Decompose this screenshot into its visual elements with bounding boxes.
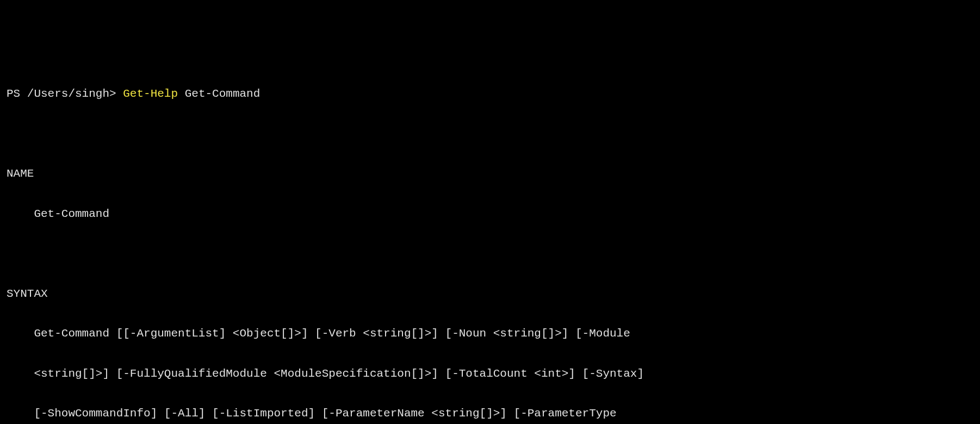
syntax-section-header: SYNTAX: [7, 284, 973, 304]
prompt-prefix: PS /Users/singh>: [7, 84, 123, 104]
syntax-line: [-ShowCommandInfo] [-All] [-ListImported…: [7, 404, 973, 424]
command-argument: Get-Command: [178, 84, 260, 104]
command-name: Get-Help: [123, 84, 178, 104]
blank-line: [7, 124, 973, 145]
blank-line: [7, 244, 973, 264]
terminal-output[interactable]: PS /Users/singh> Get-Help Get-Command NA…: [7, 84, 973, 424]
name-section-header: NAME: [7, 164, 973, 184]
prompt-line: PS /Users/singh> Get-Help Get-Command: [7, 84, 973, 104]
syntax-line: Get-Command [[-ArgumentList] <Object[]>]…: [7, 324, 973, 344]
name-value: Get-Command: [7, 204, 973, 225]
syntax-line: <string[]>] [-FullyQualifiedModule <Modu…: [7, 364, 973, 384]
